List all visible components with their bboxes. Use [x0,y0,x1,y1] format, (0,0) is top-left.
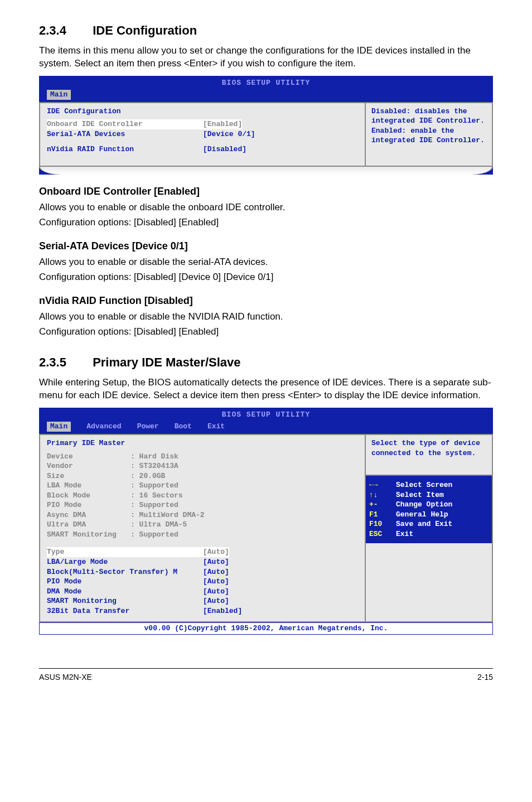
row-smart[interactable]: SMART Monitoring[Auto] [47,596,358,606]
panel-header: IDE Configuration [47,107,358,117]
sub2-heading: Serial-ATA Devices [Device 0/1] [39,239,493,253]
bios-title: BIOS SETUP UTILITY [39,76,493,90]
footer-left: ASUS M2N-XE [39,672,92,683]
info-row: Vendor: ST320413A [47,461,358,471]
section-235: 2.3.5 Primary IDE Master/Slave While ent… [39,354,493,635]
heading-234-title: IDE Configuration [93,23,197,37]
bios-body: IDE Configuration Onboard IDE Controller… [39,102,493,167]
bios-title-2: BIOS SETUP UTILITY [39,408,493,422]
row-type[interactable]: Type [Auto] [47,547,358,557]
help-key-row: +-Change Option [369,500,489,510]
bios-screenshot-234: BIOS SETUP UTILITY Main IDE Configuratio… [39,76,493,175]
help-text-2: Select the type of device connected to t… [371,438,486,475]
tab-main-2[interactable]: Main [47,422,71,432]
row-onboard-ide-value: [Enabled] [203,119,242,129]
spacer [47,139,358,144]
bios-left-panel: IDE Configuration Onboard IDE Controller… [39,102,365,167]
tab-exit[interactable]: Exit [207,422,225,432]
bios-tabs: Main [39,90,493,102]
help-key-row: ←→Select Screen [369,480,489,490]
row-pio[interactable]: PIO Mode[Auto] [47,577,358,587]
row-serial-ata-value: [Device 0/1] [203,129,255,139]
bios-body-2: Primary IDE Master Device: Hard Disk Ven… [39,434,493,622]
row-nvidia-raid-value: [Disabled] [203,144,246,154]
sub3-heading: nVidia RAID Function [Disabled] [39,294,493,307]
info-row: Device: Hard Disk [47,452,358,462]
sub1-heading: Onboard IDE Controller [Enabled] [39,185,493,198]
row-onboard-ide-label: Onboard IDE Controller [47,119,203,129]
heading-234: 2.3.4 IDE Configuration [39,22,493,39]
page-footer: ASUS M2N-XE 2-15 [39,668,493,683]
heading-234-num: 2.3.4 [39,22,89,39]
sub1-p1: Allows you to enable or disable the onbo… [39,201,493,214]
heading-235-title: Primary IDE Master/Slave [93,355,240,369]
panel-header-2: Primary IDE Master [47,438,358,448]
tab-advanced[interactable]: Advanced [86,422,121,432]
row-onboard-ide[interactable]: Onboard IDE Controller [Enabled] [47,119,358,129]
sub3-p1: Allows you to enable or disable the NVID… [39,311,493,323]
tab-boot[interactable]: Boot [175,422,192,432]
info-row: Ultra DMA: Ultra DMA-5 [47,520,358,530]
info-row: Block Mode: 16 Sectors [47,491,358,501]
bios-help-panel: Disabled: disables the integrated IDE Co… [365,102,493,167]
tab-main[interactable]: Main [47,90,71,100]
device-info: Device: Hard Disk Vendor: ST320413A Size… [47,452,358,540]
intro-235: While entering Setup, the BIOS automatic… [39,376,493,402]
heading-235-num: 2.3.5 [39,354,89,371]
footer-right: 2-15 [477,672,493,683]
bios-torn-edge [39,167,493,175]
sub1-p2: Configuration options: [Disabled] [Enabl… [39,216,493,229]
row-nvidia-raid-label: nVidia RAID Function [47,144,203,154]
tab-power[interactable]: Power [137,422,159,432]
info-row: LBA Mode: Supported [47,481,358,491]
help-key-row: F10Save and Exit [369,519,489,529]
sub3-p2: Configuration options: [Disabled] [Enabl… [39,326,493,339]
info-row: Size: 20.0GB [47,471,358,481]
row-lba[interactable]: LBA/Large Mode[Auto] [47,557,358,567]
help-text: Disabled: disables the integrated IDE Co… [371,107,486,146]
info-row: SMART Monitoring: Supported [47,530,358,540]
row-serial-ata[interactable]: Serial-ATA Devices [Device 0/1] [47,129,358,139]
info-row: Async DMA: MultiWord DMA-2 [47,510,358,520]
info-row: PIO Mode: Supported [47,500,358,510]
bios-screenshot-235: BIOS SETUP UTILITY Main Advanced Power B… [39,408,493,635]
help-key-row: ESCExit [369,529,489,539]
intro-234: The items in this menu allow you to set … [39,45,493,70]
sub2-p1: Allows you to enable or disable the seri… [39,256,493,269]
help-keys: ←→Select Screen ↑↓Select Item +-Change O… [366,475,492,543]
help-key-row: F1General Help [369,510,489,520]
heading-235: 2.3.5 Primary IDE Master/Slave [39,354,493,371]
row-32bit[interactable]: 32Bit Data Transfer[Enabled] [47,606,358,616]
section-234: 2.3.4 IDE Configuration The items in thi… [39,22,493,339]
row-serial-ata-label: Serial-ATA Devices [47,129,203,139]
bios-tabs-2: Main Advanced Power Boot Exit [39,422,493,434]
bios-copyright: v00.00 (C)Copyright 1985-2002, American … [39,622,493,635]
row-block[interactable]: Block(Multi-Sector Transfer) M[Auto] [47,567,358,577]
help-key-row: ↑↓Select Item [369,490,489,500]
row-dma[interactable]: DMA Mode[Auto] [47,587,358,597]
bios-left-panel-2: Primary IDE Master Device: Hard Disk Ven… [39,434,365,622]
row-nvidia-raid[interactable]: nVidia RAID Function [Disabled] [47,144,358,154]
sub2-p2: Configuration options: [Disabled] [Devic… [39,271,493,284]
bios-help-panel-2: Select the type of device connected to t… [365,434,493,622]
